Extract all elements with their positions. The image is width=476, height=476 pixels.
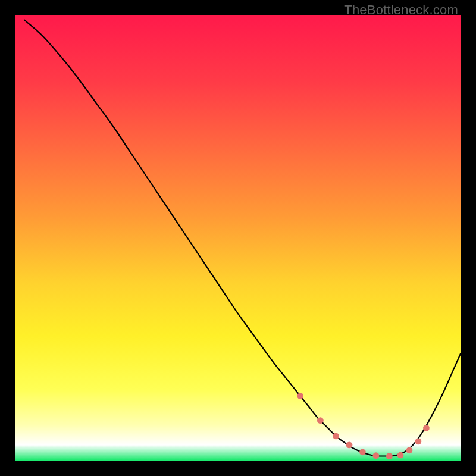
marker-dot: [317, 417, 324, 424]
marker-dot: [415, 438, 422, 444]
marker-dot: [346, 441, 353, 448]
marker-dot: [406, 447, 413, 453]
marker-dot: [372, 452, 379, 459]
marker-dot: [333, 433, 339, 439]
marker-dot: [386, 453, 393, 459]
chart-frame: [15, 15, 461, 461]
marker-dot: [397, 452, 404, 459]
watermark-text: TheBottleneck.com: [344, 2, 458, 18]
marker-dot: [359, 449, 366, 455]
marker-dot: [423, 425, 430, 431]
chart-gradient-background: [15, 15, 461, 461]
marker-dot: [297, 393, 303, 399]
bottleneck-chart: [15, 15, 461, 461]
